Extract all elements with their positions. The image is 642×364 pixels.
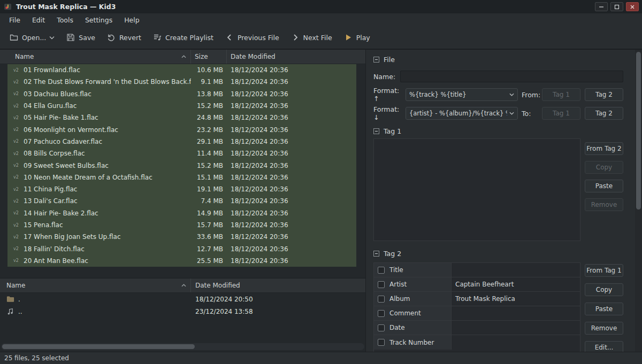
collapse-icon[interactable] <box>373 57 379 63</box>
dir-row[interactable]: .18/12/2024 20:50 <box>0 293 365 305</box>
file-row[interactable]: v213 Dali's Car.flac7.4 MB18/12/2024 20:… <box>0 195 365 207</box>
file-row[interactable]: v204 Ella Guru.flac15.2 MB18/12/2024 20:… <box>0 100 365 112</box>
menu-file[interactable]: File <box>3 14 26 26</box>
tag2-edit-button[interactable]: Edit... <box>585 341 623 352</box>
tag2-copy-button[interactable]: Copy <box>585 283 623 296</box>
file-row[interactable]: v209 Sweet Sweet Bulbs.flac15.2 MB18/12/… <box>0 159 365 171</box>
file-row[interactable]: v201 Frownland.flac10.6 MB18/12/2024 20:… <box>0 64 365 76</box>
toolbar-create-playlist-button[interactable]: Create Playlist <box>150 30 217 44</box>
field-checkbox[interactable] <box>378 267 385 274</box>
file-row[interactable]: v202 The Dust Blows Forward 'n the Dust … <box>0 76 365 88</box>
file-row[interactable]: v218 Fallin' Ditch.flac12.7 MB18/12/2024… <box>0 243 365 254</box>
column-header-modified[interactable]: Date Modified <box>227 50 365 64</box>
collapse-icon[interactable] <box>373 251 379 257</box>
tag2-field-name-comment[interactable]: Comment <box>374 306 452 320</box>
toolbar-play-button[interactable]: Play <box>341 30 373 44</box>
toolbar-open-button[interactable]: Open... <box>6 30 58 44</box>
tag2-field-value-title[interactable] <box>452 263 580 277</box>
file-row[interactable]: v214 Hair Pie- Bake 2.flac14.9 MB18/12/2… <box>0 207 365 219</box>
play-icon <box>344 33 353 42</box>
file-size: 23.2 MB <box>191 126 227 134</box>
file-row[interactable]: v210 Neon Meate Dream of a Octafish.flac… <box>0 172 365 183</box>
tag1-remove-button[interactable]: Remove <box>585 198 623 211</box>
file-section-header[interactable]: File <box>373 55 623 64</box>
file-row[interactable]: v206 Moonlight on Vermont.flac23.2 MB18/… <box>0 123 365 135</box>
tag2-field-value-album[interactable]: Trout Mask Replica <box>452 292 580 306</box>
tag2-field-name-artist[interactable]: Artist <box>374 277 452 291</box>
toolbar-revert-button[interactable]: Revert <box>104 30 144 44</box>
menu-help[interactable]: Help <box>118 14 146 26</box>
tag2-field-name-date[interactable]: Date <box>374 321 452 335</box>
field-checkbox[interactable] <box>378 281 385 288</box>
file-name: 11 China Pig.flac <box>20 185 191 193</box>
tag1-section-header[interactable]: Tag 1 <box>373 127 623 135</box>
file-row[interactable]: v203 Dachau Blues.flac13.8 MB18/12/2024 … <box>0 88 365 100</box>
file-size: 15.2 MB <box>191 162 227 169</box>
menu-tools[interactable]: Tools <box>51 14 79 26</box>
scrollbar-thumb[interactable] <box>636 52 641 210</box>
tree-indent <box>0 100 7 112</box>
folder-open-icon <box>10 33 18 42</box>
tag2-field-name-album[interactable]: Album <box>374 292 452 306</box>
filename-to-tag-format-combo[interactable]: %{track} %{title} <box>406 88 518 101</box>
maximize-button[interactable] <box>610 2 623 11</box>
collapse-icon[interactable] <box>373 128 379 134</box>
column-header-size[interactable]: Size <box>191 50 227 64</box>
field-checkbox[interactable] <box>378 296 385 303</box>
tag2-field-value-track-number[interactable] <box>452 335 580 350</box>
filename-to-tag2-button[interactable]: Tag 2 <box>585 107 623 120</box>
tag2-field-name-title[interactable]: Title <box>374 263 452 277</box>
menu-edit[interactable]: Edit <box>26 14 51 26</box>
horizontal-scrollbar[interactable] <box>1 343 364 350</box>
file-name: 17 When Big Joan Sets Up.flac <box>20 233 191 241</box>
filename-to-tag1-button[interactable]: Tag 1 <box>542 107 580 120</box>
filename-from-tag1-button[interactable]: Tag 1 <box>542 88 580 101</box>
column-header-modified[interactable]: Date Modified <box>191 278 365 292</box>
tag-to-filename-format-combo[interactable]: {artist} - %{album}/%{track} %{title} <box>406 107 518 120</box>
file-row[interactable]: v208 Bills Corpse.flac11.4 MB18/12/2024 … <box>0 148 365 159</box>
dir-row[interactable]: ..23/12/2024 13:58 <box>0 305 365 317</box>
vertical-scrollbar[interactable] <box>635 50 642 352</box>
column-header-name[interactable]: Name <box>0 278 191 292</box>
tag2-field-value-artist[interactable]: Captain Beefheart <box>452 277 580 291</box>
file-row[interactable]: v211 China Pig.flac19.1 MB18/12/2024 20:… <box>0 183 365 195</box>
file-name: 09 Sweet Sweet Bulbs.flac <box>20 162 191 169</box>
file-row[interactable]: v220 Ant Man Bee.flac25.5 MB18/12/2024 2… <box>0 255 365 267</box>
file-modified: 18/12/2024 20:36 <box>227 233 288 241</box>
close-button[interactable] <box>626 2 639 11</box>
menu-settings[interactable]: Settings <box>79 14 118 26</box>
tag2-paste-button[interactable]: Paste <box>585 303 623 315</box>
scrollbar-thumb[interactable] <box>2 344 195 349</box>
tag2-field-value-comment[interactable] <box>452 306 580 320</box>
toolbar-save-button[interactable]: Save <box>63 30 98 44</box>
tag2-section-header[interactable]: Tag 2 <box>373 249 623 258</box>
minimize-button[interactable] <box>595 2 608 11</box>
tag1-paste-button[interactable]: Paste <box>585 180 623 192</box>
toolbar-next-file-button[interactable]: Next File <box>288 30 335 44</box>
file-row[interactable]: v215 Pena.flac15.7 MB18/12/2024 20:36 <box>0 219 365 231</box>
file-row[interactable]: v205 Hair Pie- Bake 1.flac24.8 MB18/12/2… <box>0 112 365 123</box>
field-checkbox[interactable] <box>378 324 385 331</box>
tag2-field-value-date[interactable] <box>452 321 580 335</box>
tag1-from-tag-2-button[interactable]: From Tag 2 <box>585 142 623 155</box>
file-modified: 18/12/2024 20:36 <box>227 210 288 217</box>
dir-modified: 18/12/2024 20:50 <box>191 296 253 303</box>
tag1-copy-button[interactable]: Copy <box>585 161 623 174</box>
field-checkbox[interactable] <box>378 339 385 346</box>
maximize-icon <box>614 4 620 10</box>
tag2-from-tag-1-button[interactable]: From Tag 1 <box>585 264 623 277</box>
field-checkbox[interactable] <box>378 310 385 317</box>
tag2-remove-button[interactable]: Remove <box>585 322 623 335</box>
file-size: 15.1 MB <box>191 174 227 181</box>
filename-from-tag2-button[interactable]: Tag 2 <box>585 88 623 101</box>
tag2-fields-table: TitleArtistCaptain BeefheartAlbumTrout M… <box>373 262 580 352</box>
file-row[interactable]: v207 Pachuco Cadaver.flac29.1 MB18/12/20… <box>0 136 365 148</box>
file-row[interactable]: v217 When Big Joan Sets Up.flac33.6 MB18… <box>0 231 365 243</box>
file-modified: 18/12/2024 20:36 <box>227 150 288 157</box>
tag2-field-name-track-number[interactable]: Track Number <box>374 335 452 350</box>
filename-input[interactable] <box>400 71 623 82</box>
column-header-name[interactable]: Name <box>0 50 191 64</box>
chevron-down-icon <box>509 112 514 115</box>
tag-version-badge: v2 <box>12 104 20 109</box>
toolbar-previous-file-button[interactable]: Previous File <box>222 30 282 44</box>
